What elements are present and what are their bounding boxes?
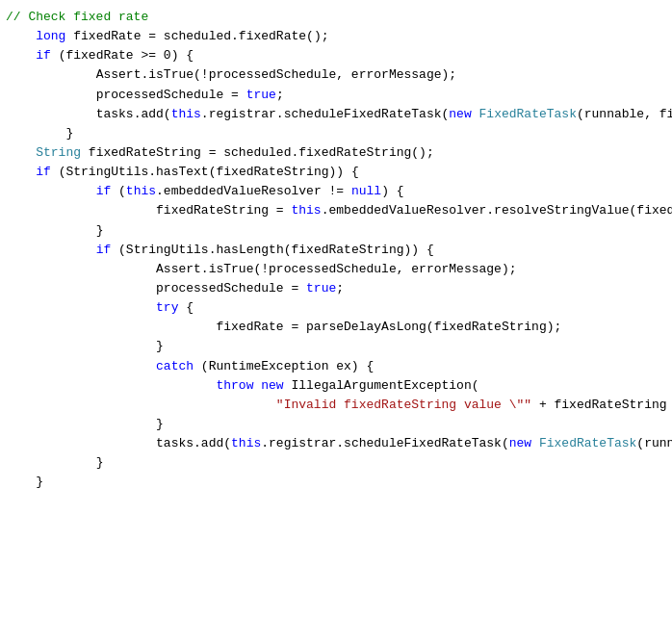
code-line: if (this.embeddedValueResolver != null) …: [0, 182, 672, 201]
code-line: // Check fixed rate: [0, 8, 672, 27]
code-line: if (StringUtils.hasLength(fixedRateStrin…: [0, 241, 672, 260]
code-line: Assert.isTrue(!processedSchedule, errorM…: [0, 65, 672, 85]
code-line: processedSchedule = true;: [0, 86, 672, 105]
code-line: if (fixedRate >= 0) {: [0, 46, 672, 65]
code-line: if (StringUtils.hasText(fixedRateString)…: [0, 163, 672, 182]
code-line: }: [0, 473, 672, 492]
code-line: tasks.add(this.registrar.scheduleFixedRa…: [0, 434, 672, 453]
code-line: "Invalid fixedRateString value \"" + fix…: [0, 396, 672, 415]
code-line: }: [0, 124, 672, 143]
code-line: throw new IllegalArgumentException(: [0, 376, 672, 396]
code-line: long fixedRate = scheduled.fixedRate();: [0, 27, 672, 46]
code-line: String fixedRateString = scheduled.fixed…: [0, 143, 672, 163]
code-line: }: [0, 453, 672, 473]
code-editor: // Check fixed rate long fixedRate = sch…: [0, 0, 672, 501]
code-line: tasks.add(this.registrar.scheduleFixedRa…: [0, 105, 672, 124]
code-line: }: [0, 415, 672, 434]
code-line: try {: [0, 298, 672, 318]
code-line: }: [0, 337, 672, 356]
code-line: fixedRateString = this.embeddedValueReso…: [0, 201, 672, 220]
code-line: Assert.isTrue(!processedSchedule, errorM…: [0, 260, 672, 279]
code-line: processedSchedule = true;: [0, 279, 672, 298]
code-line: catch (RuntimeException ex) {: [0, 357, 672, 376]
code-line: }: [0, 221, 672, 241]
code-line: fixedRate = parseDelayAsLong(fixedRateSt…: [0, 318, 672, 337]
